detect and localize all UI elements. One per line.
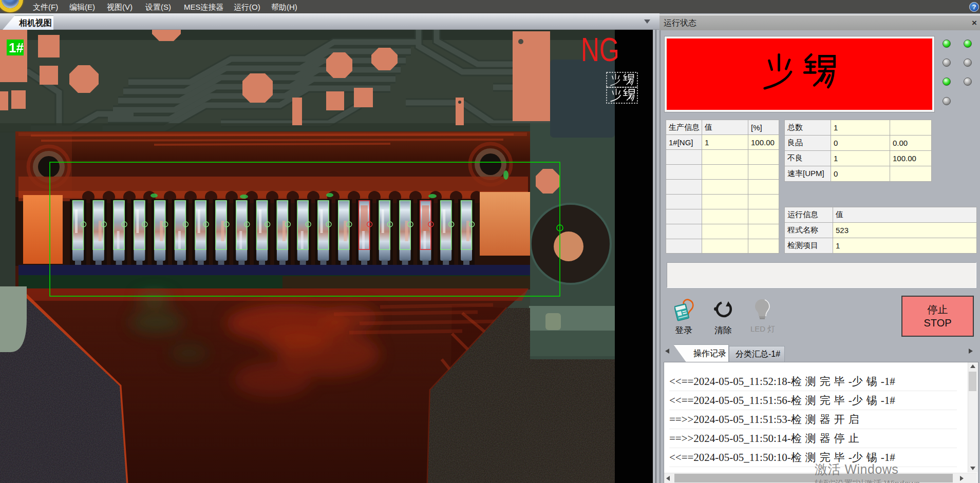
svg-text:NG: NG — [581, 31, 619, 68]
svg-text:1#: 1# — [9, 40, 24, 55]
